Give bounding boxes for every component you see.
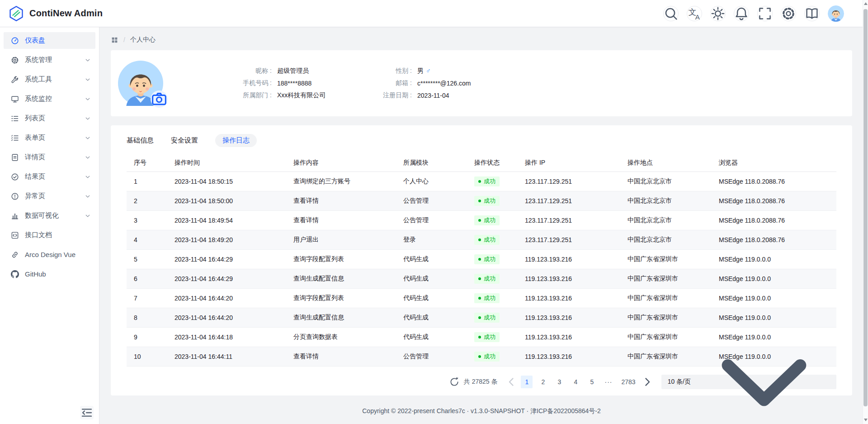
sidebar-item-3[interactable]: 系统工具 — [4, 71, 95, 88]
profile-field-value: 超级管理员 — [277, 67, 363, 75]
prev-page-button[interactable] — [505, 376, 517, 388]
sidebar-item-6[interactable]: 表单页 — [4, 129, 95, 146]
table-row[interactable]: 2 2023-11-04 18:50:00 查看详情 公告管理 成功 123.1… — [127, 191, 836, 210]
page-number-button-active[interactable]: 1 — [521, 376, 533, 388]
status-dot-icon — [478, 258, 481, 261]
table-row[interactable]: 7 2023-11-04 16:44:20 查询字段配置列表 代码生成 成功 1… — [127, 288, 836, 308]
status-badge: 成功 — [474, 352, 500, 362]
status-badge: 成功 — [474, 254, 500, 264]
docs-icon[interactable] — [804, 6, 820, 21]
scrollbar-up-arrow[interactable] — [864, 2, 868, 5]
chevron-down-icon — [85, 174, 91, 180]
page-scrollbar[interactable] — [863, 0, 868, 424]
profile-info: 昵称 :超级管理员性别 :男♂手机号码 :188****8888邮箱 :c***… — [231, 67, 471, 100]
sidebar-item-5[interactable]: 列表页 — [4, 110, 95, 127]
column-header: 浏览器 — [712, 154, 836, 172]
sidebar-item-12[interactable]: Arco Design Vue — [4, 246, 95, 263]
table-row[interactable]: 1 2023-11-04 18:50:15 查询绑定的三方账号 个人中心 成功 … — [127, 172, 836, 191]
monitor-icon — [11, 95, 19, 103]
chevron-down-icon — [85, 57, 91, 63]
sidebar-item-4[interactable]: 系统监控 — [4, 91, 95, 107]
profile-field-value: 188****8888 — [277, 80, 363, 87]
chevron-down-icon — [85, 213, 91, 219]
profile-field-label: 性别 : — [368, 67, 412, 75]
breadcrumb-current: 个人中心 — [130, 36, 156, 44]
settings-icon[interactable] — [781, 6, 796, 21]
page-number-button[interactable]: 4 — [570, 376, 581, 388]
profile-field-label: 昵称 : — [231, 67, 272, 75]
status-badge: 成功 — [474, 235, 500, 245]
brand[interactable]: ContiNew Admin — [8, 5, 103, 22]
user-avatar[interactable] — [828, 5, 844, 22]
scrollbar-down-arrow[interactable] — [864, 419, 868, 421]
status-badge: 成功 — [474, 293, 500, 303]
column-header: 操作时间 — [167, 154, 286, 172]
profile-field-label: 注册日期 : — [368, 91, 412, 100]
sidebar-collapse-button[interactable] — [80, 406, 94, 419]
exception-icon — [11, 192, 19, 200]
header-actions: 文A — [663, 5, 844, 22]
app-logo-icon — [8, 5, 24, 22]
tab-2[interactable]: 安全设置 — [171, 134, 198, 147]
sidebar-item-11[interactable]: 接口文档 — [4, 227, 95, 243]
table-row[interactable]: 6 2023-11-04 16:44:29 查询生成配置信息 代码生成 成功 1… — [127, 269, 836, 288]
page-number-button[interactable]: 2783 — [619, 376, 637, 388]
app-title: ContiNew Admin — [29, 8, 103, 19]
theme-icon[interactable] — [710, 6, 726, 21]
profile-field-value: 2023-11-04 — [417, 92, 471, 99]
sidebar-item-2[interactable]: 系统管理 — [4, 52, 95, 68]
profile-field-value: c********@126.com — [417, 80, 471, 87]
page-number-button[interactable]: 5 — [586, 376, 598, 388]
profile-field-label: 所属部门 : — [231, 91, 272, 100]
page-size-select[interactable]: 10 条/页 — [661, 375, 836, 389]
link-icon — [11, 251, 19, 259]
scrollbar-thumb[interactable] — [863, 9, 868, 406]
table-row[interactable]: 3 2023-11-04 18:49:54 查看详情 公告管理 成功 123.1… — [127, 210, 836, 230]
result-icon — [11, 173, 19, 181]
column-header: 操作 IP — [518, 154, 620, 172]
tab-3[interactable]: 操作日志 — [215, 134, 257, 147]
translate-icon[interactable]: 文A — [687, 6, 702, 21]
sidebar-item-1[interactable]: 仪表盘 — [4, 32, 95, 49]
status-badge: 成功 — [474, 215, 500, 225]
chevron-down-icon — [85, 96, 91, 102]
app-window: ContiNew Admin 文A 仪表盘 系统管理 系统工具 系统监控 列表页 — [0, 0, 868, 424]
svg-text:A: A — [695, 13, 700, 21]
profile-card: 昵称 :超级管理员性别 :男♂手机号码 :188****8888邮箱 :c***… — [111, 50, 852, 116]
page-number-button[interactable]: 3 — [553, 376, 565, 388]
sidebar-item-9[interactable]: 异常页 — [4, 188, 95, 205]
sidebar-item-7[interactable]: 详情页 — [4, 149, 95, 166]
gear-icon — [11, 56, 19, 64]
search-icon[interactable] — [663, 6, 679, 21]
camera-icon[interactable] — [151, 91, 168, 108]
profile-field-label: 手机号码 : — [231, 79, 272, 87]
next-page-button[interactable] — [642, 376, 653, 388]
pagination-ellipsis[interactable]: ··· — [602, 376, 614, 388]
fullscreen-icon[interactable] — [757, 6, 773, 21]
status-dot-icon — [478, 180, 481, 183]
sidebar: 仪表盘 系统管理 系统工具 系统监控 列表页 表单页 详情页 结果页 异常页 数… — [0, 27, 99, 424]
wrench-icon — [11, 76, 19, 84]
refresh-icon[interactable] — [449, 377, 459, 387]
apps-grid-icon[interactable] — [111, 36, 118, 44]
notification-icon[interactable] — [734, 6, 749, 21]
status-dot-icon — [478, 316, 481, 319]
sidebar-menu: 仪表盘 系统管理 系统工具 系统监控 列表页 表单页 详情页 结果页 异常页 数… — [4, 32, 95, 282]
page-number-button[interactable]: 2 — [537, 376, 549, 388]
footer-copyright: Copyright © 2022-present Charles7c · v1.… — [111, 399, 852, 424]
table-row[interactable]: 5 2023-11-04 16:44:29 查询字段配置列表 代码生成 成功 1… — [127, 249, 836, 269]
column-header: 操作内容 — [286, 154, 396, 172]
table-row[interactable]: 4 2023-11-04 18:49:20 用户退出 登录 成功 123.117… — [127, 230, 836, 249]
status-badge: 成功 — [474, 274, 500, 284]
profile-avatar[interactable] — [118, 61, 163, 106]
chevron-down-icon — [85, 135, 91, 141]
sidebar-item-13[interactable]: GitHub — [4, 266, 95, 282]
sidebar-item-10[interactable]: 数据可视化 — [4, 207, 95, 224]
column-header: 序号 — [127, 154, 167, 172]
pagination: 共 27825 条 12345···2783 10 条/页 — [127, 375, 836, 389]
tab-1[interactable]: 基础信息 — [127, 134, 154, 147]
pagination-pages: 12345···2783 — [521, 376, 637, 388]
sidebar-item-8[interactable]: 结果页 — [4, 168, 95, 185]
chevron-down-icon — [85, 193, 91, 200]
github-icon — [11, 270, 19, 278]
